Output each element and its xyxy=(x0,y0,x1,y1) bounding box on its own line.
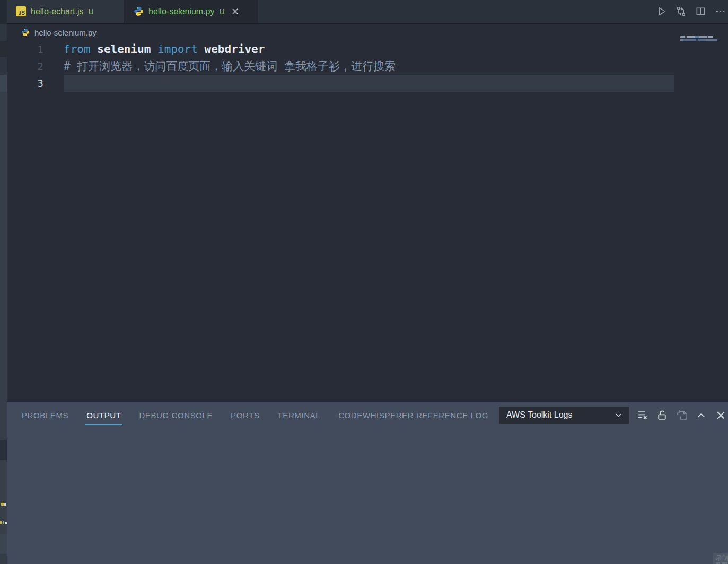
python-file-icon xyxy=(21,28,30,37)
split-editor-icon[interactable] xyxy=(695,6,706,17)
line-content[interactable]: # 打开浏览器，访问百度页面，输入关键词 拿我格子衫，进行搜索 xyxy=(64,58,674,75)
left-strip-band xyxy=(0,440,7,460)
code-token: selenium xyxy=(97,43,151,56)
more-actions-icon[interactable] xyxy=(715,6,726,17)
left-strip-band xyxy=(0,0,7,24)
code-token xyxy=(198,43,205,56)
panel-tab-terminal[interactable]: TERMINAL xyxy=(278,411,321,420)
chevron-down-icon xyxy=(614,411,623,420)
breadcrumb-file-name: hello-selenium.py xyxy=(34,28,97,37)
unlock-icon[interactable] xyxy=(656,409,668,421)
panel-tab-ports[interactable]: PORTS xyxy=(231,411,259,420)
left-strip-dot xyxy=(3,521,4,524)
git-untracked-badge: U xyxy=(89,7,94,16)
editor-line[interactable]: 3 xyxy=(7,75,728,92)
close-panel-icon[interactable] xyxy=(715,409,727,421)
open-changes-icon[interactable] xyxy=(676,6,687,17)
editor-line[interactable]: 2# 打开浏览器，访问百度页面，输入关键词 拿我格子衫，进行搜索 xyxy=(7,58,728,75)
watermark-text: 录制 xyxy=(716,554,728,561)
panel-controls: AWS Toolkit Logs xyxy=(499,407,727,424)
output-channel-value: AWS Toolkit Logs xyxy=(506,410,573,420)
left-strip-band xyxy=(0,57,7,75)
panel-tab-output[interactable]: OUTPUT xyxy=(86,411,121,420)
left-edge-strip xyxy=(0,0,7,564)
editor-line[interactable]: 1from selenium import webdriver xyxy=(7,41,728,58)
tab-label: hello-selenium.py xyxy=(148,7,215,16)
code-token: from xyxy=(64,43,91,56)
vscode-window: JS hello-echart.js U hello-selenium.py U xyxy=(0,0,728,564)
panel-action-icons xyxy=(636,409,727,421)
minimap-line xyxy=(680,39,717,41)
line-number: 3 xyxy=(7,75,43,92)
code-token: import xyxy=(157,43,198,56)
open-log-file-icon[interactable] xyxy=(676,409,688,421)
line-content[interactable]: from selenium import webdriver xyxy=(64,41,674,58)
panel-tabs: PROBLEMSOUTPUTDEBUG CONSOLEPORTSTERMINAL… xyxy=(22,411,488,420)
left-strip-band xyxy=(0,534,7,554)
clear-output-icon[interactable] xyxy=(636,409,648,421)
tab-hello-selenium-py[interactable]: hello-selenium.py U xyxy=(124,0,258,23)
python-file-icon xyxy=(134,6,144,16)
left-strip-dot xyxy=(0,521,2,524)
left-strip-band xyxy=(0,41,7,57)
left-strip-dot xyxy=(4,503,6,506)
line-number: 2 xyxy=(7,58,43,75)
git-untracked-badge: U xyxy=(220,7,225,16)
tab-hello-echart-js[interactable]: JS hello-echart.js U xyxy=(7,0,124,23)
code-token: # 打开浏览器，访问百度页面，输入关键词 拿我格子衫，进行搜索 xyxy=(64,60,396,73)
bottom-panel: PROBLEMSOUTPUTDEBUG CONSOLEPORTSTERMINAL… xyxy=(7,402,728,564)
left-strip-band xyxy=(0,75,7,92)
maximize-panel-icon[interactable] xyxy=(695,409,707,421)
code-lines: 1from selenium import webdriver2# 打开浏览器，… xyxy=(7,41,728,92)
minimap-line xyxy=(680,36,713,38)
panel-tab-problems[interactable]: PROBLEMS xyxy=(22,411,68,420)
code-token xyxy=(151,43,157,56)
left-strip-band xyxy=(0,554,7,564)
line-content[interactable] xyxy=(64,75,674,92)
editor-actions xyxy=(656,0,728,23)
minimap[interactable] xyxy=(680,36,721,48)
code-token xyxy=(91,43,98,56)
breadcrumb[interactable]: hello-selenium.py xyxy=(7,24,728,41)
panel-header: PROBLEMSOUTPUTDEBUG CONSOLEPORTSTERMINAL… xyxy=(7,402,728,427)
editor-tab-bar: JS hello-echart.js U hello-selenium.py U xyxy=(7,0,728,24)
recording-watermark: 录制 xyxy=(713,553,728,564)
tab-label: hello-echart.js xyxy=(31,7,84,16)
code-editor[interactable]: 1from selenium import webdriver2# 打开浏览器，… xyxy=(7,41,728,402)
panel-tab-codewhisperer-reference-log[interactable]: CODEWHISPERER REFERENCE LOG xyxy=(338,411,488,420)
panel-tab-debug-console[interactable]: DEBUG CONSOLE xyxy=(139,411,213,420)
left-strip-dot xyxy=(1,503,4,506)
run-icon[interactable] xyxy=(656,6,667,17)
javascript-file-icon: JS xyxy=(16,6,26,16)
output-content[interactable] xyxy=(7,427,728,564)
line-number: 1 xyxy=(7,41,43,58)
left-strip-band xyxy=(0,92,7,440)
close-tab-icon[interactable] xyxy=(231,7,240,16)
left-strip-band xyxy=(0,24,7,41)
output-channel-select[interactable]: AWS Toolkit Logs xyxy=(499,407,629,424)
code-token: webdriver xyxy=(205,43,265,56)
